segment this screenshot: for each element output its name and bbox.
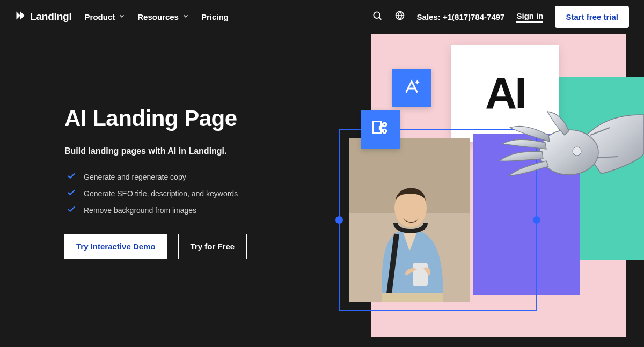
try-demo-button[interactable]: Try Interactive Demo [64,234,167,259]
ai-text-icon [402,77,421,99]
scissors-icon [371,119,390,141]
svg-rect-7 [382,293,443,302]
feature-item: Remove background from images [67,204,343,216]
feature-text: Remove background from images [84,206,196,215]
try-free-button[interactable]: Try for Free [178,234,247,259]
nav-product[interactable]: Product [85,12,126,21]
hero-subtitle: Build landing pages with AI in Landingi. [64,146,343,156]
globe-icon [394,10,405,23]
site-header: Landingi Product Resources Pricing [0,0,644,33]
chevron-down-icon [118,12,126,21]
feature-item: Generate and regenerate copy [67,171,343,182]
brand-name: Landingi [30,11,72,23]
signin-link[interactable]: Sign in [516,11,543,23]
hero-copy: AI Landing Page Build landing pages with… [64,33,343,259]
nav-resources[interactable]: Resources [137,12,189,21]
check-icon [67,171,76,182]
primary-nav: Product Resources Pricing [85,12,229,21]
language-button[interactable] [394,11,405,22]
nav-pricing[interactable]: Pricing [201,12,229,21]
search-icon [372,10,383,23]
robot-hand-illustration [483,93,644,201]
check-icon [67,204,76,216]
svg-point-14 [573,147,581,156]
sales-phone[interactable]: Sales: +1(817)784-7497 [417,12,505,21]
nav-label: Pricing [201,12,229,21]
header-left: Landingi Product Resources Pricing [15,10,229,24]
hero-photo [349,138,470,302]
svg-line-1 [379,17,381,19]
header-right: Sales: +1(817)784-7497 Sign in Start fre… [372,6,629,28]
landingi-logo-icon [15,10,26,24]
crop-tool-tile [361,110,400,149]
hero-section: AI Landing Page Build landing pages with… [0,33,644,344]
start-trial-button[interactable]: Start free trial [555,6,629,28]
svg-point-0 [374,12,380,18]
nav-label: Product [85,12,115,21]
chevron-down-icon [182,12,189,21]
svg-rect-6 [413,263,428,286]
feature-item: Generate SEO title, description, and key… [67,188,343,199]
nav-label: Resources [137,12,179,21]
feature-text: Generate SEO title, description, and key… [84,189,238,198]
check-icon [67,188,76,199]
hero-title: AI Landing Page [64,106,343,131]
hero-actions: Try Interactive Demo Try for Free [64,234,343,259]
feature-list: Generate and regenerate copy Generate SE… [64,171,343,216]
hero-graphic: AI [371,34,626,337]
brand-logo[interactable]: Landingi [15,10,72,24]
search-button[interactable] [372,11,383,22]
ai-text-tool-tile [392,69,431,107]
feature-text: Generate and regenerate copy [84,173,186,181]
